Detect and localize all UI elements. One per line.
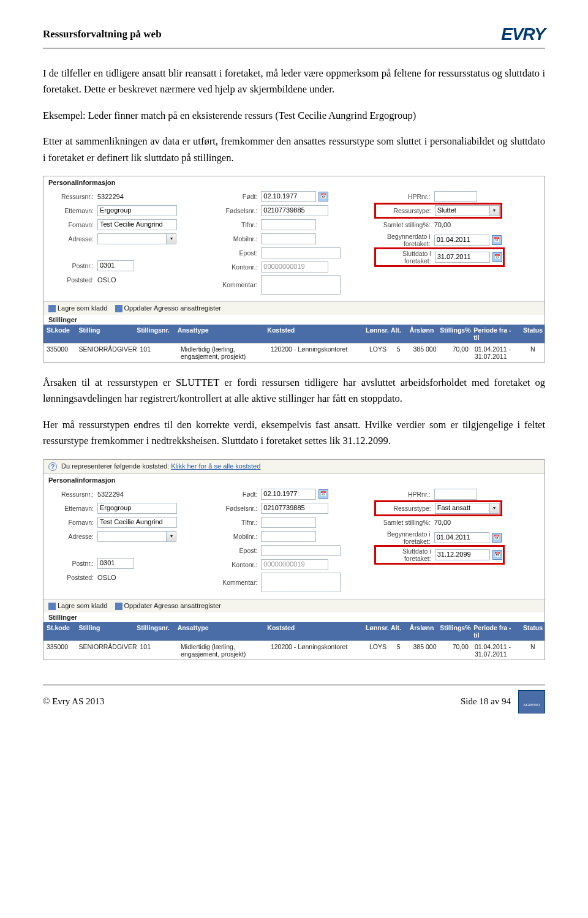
input-fodt[interactable]: 02.10.1977 [261,191,316,202]
input-kontonr[interactable]: 00000000019 [261,261,328,273]
input-fodselsnr[interactable]: 02107739885 [261,205,328,216]
input-ressurstype[interactable]: Sluttet [435,205,490,216]
input-epost[interactable] [261,247,341,258]
lbl-samlet: Samlet stilling%: [376,221,434,228]
calendar-icon[interactable]: 📅 [318,489,328,499]
table-header: St.kode Stilling Stillingsnr. Ansattype … [43,622,545,641]
val-samlet: 70,00 [434,519,540,526]
th-alt: Alt. [387,325,405,343]
lbl-adresse: Adresse: [48,235,97,243]
oppdater-button[interactable]: Oppdater Agresso ansattregister [124,304,221,312]
save-icon [48,305,56,312]
td-periode: 01.04.2011 - 31.07.2011 [472,344,521,362]
input-epost[interactable] [261,545,341,556]
save-icon [48,603,56,610]
input-mobilnr[interactable] [261,531,316,542]
td-status: N [521,344,545,362]
form-col-3: HPRnr.: Ressurstype:Sluttet▾ Samlet stil… [376,189,540,296]
td-stilling: SENIORRÅDGIVER [75,641,137,660]
val-samlet: 70,00 [434,221,540,228]
lbl-postnr: Postnr.: [48,560,97,567]
input-fodselsnr[interactable]: 02107739885 [261,503,328,514]
form-col-1: Ressursnr.:5322294 Etternavn:Ergogroup F… [48,189,212,296]
ressurstype-dropdown-icon[interactable]: ▾ [490,205,500,216]
input-fodt[interactable]: 02.10.1977 [261,489,316,500]
th-stilling: Stilling [75,622,134,641]
oppdater-button[interactable]: Oppdater Agresso ansattregister [124,602,221,609]
info-bar-link[interactable]: Klikk her for å se alle koststed [171,462,260,470]
th-koststed: Koststed [264,325,363,343]
agresso-logo: AGRESSO [518,690,545,713]
input-etternavn[interactable]: Ergogroup [97,503,177,514]
save-icon [115,603,123,610]
th-stillingspct: Stillings% [437,622,470,641]
ressurstype-dropdown-icon[interactable]: ▾ [490,503,500,514]
th-stilling: Stilling [75,325,134,343]
lbl-tlfnr: Tlfnr.: [212,221,261,228]
table-row[interactable]: 335000 SENIORRÅDGIVER 101 Midlertidig (l… [43,641,545,660]
th-stillingspct: Stillings% [437,325,470,343]
info-bar: ? Du representerer følgende koststed: Kl… [43,460,545,474]
input-kommentar[interactable] [261,573,341,592]
lbl-fodselsnr: Fødselsnr.: [212,505,261,512]
lbl-adresse: Adresse: [48,533,97,540]
th-alt: Alt. [387,622,405,641]
input-kommentar[interactable] [261,275,341,295]
page-footer: © Evry AS 2013 Side 18 av 94 AGRESSO [43,685,545,713]
input-tlfnr[interactable] [261,517,316,528]
actions-row: Lagre som kladd Oppdater Agresso ansattr… [43,599,545,612]
input-hprnr[interactable] [434,489,477,500]
calendar-icon[interactable]: 📅 [492,252,502,262]
input-postnr[interactable]: 0301 [97,260,134,271]
input-begynnerdato[interactable]: 01.04.2011 [434,235,489,246]
calendar-icon[interactable]: 📅 [492,533,502,543]
td-koststed: 120200 - Lønningskontoret [268,641,366,660]
lagre-button[interactable]: Lagre som kladd [58,304,107,312]
adresse-dropdown-icon[interactable]: ▾ [167,233,176,244]
lbl-fornavn: Fornavn: [48,221,97,228]
input-etternavn[interactable]: Ergogroup [97,205,177,216]
th-status: Status [520,622,545,641]
input-hprnr[interactable] [434,191,477,202]
table-row[interactable]: 335000 SENIORRÅDGIVER 101 Midlertidig (l… [43,343,545,362]
lbl-sluttdato: Sluttdato i foretaket: [377,250,435,265]
lbl-ressurstype: Ressurstype: [377,505,435,512]
td-alt: 5 [390,641,407,660]
input-fornavn[interactable]: Test Cecilie Aungrind [97,219,177,230]
td-stkode: 335000 [43,641,75,660]
td-stillingsnr: 101 [137,641,178,660]
input-fornavn[interactable]: Test Cecilie Aungrind [97,517,177,528]
input-postnr[interactable]: 0301 [97,558,134,569]
input-ressurstype-2[interactable]: Fast ansatt [435,503,490,514]
input-kontonr[interactable]: 00000000019 [261,559,328,570]
lbl-hprnr: HPRnr.: [376,193,434,200]
help-icon[interactable]: ? [48,462,57,471]
td-status: N [521,641,545,660]
td-stilling: SENIORRÅDGIVER [75,344,137,362]
input-sluttdato-2[interactable]: 31.12.2099 [435,549,490,560]
input-mobilnr[interactable] [261,233,316,244]
lbl-mobilnr: Mobilnr.: [212,533,261,540]
td-stkode: 335000 [43,344,75,362]
actions-row: Lagre som kladd Oppdater Agresso ansattr… [43,301,545,315]
paragraph-5: Her må ressurstypen endres til den korre… [43,417,545,450]
th-stillingsnr: Stillingsnr. [134,325,175,343]
lagre-button[interactable]: Lagre som kladd [58,602,107,609]
info-bar-text: Du representerer følgende koststed: [61,462,169,470]
input-adresse[interactable] [97,233,167,244]
th-stkode: St.kode [43,325,75,343]
input-adresse[interactable] [97,531,167,542]
calendar-icon[interactable]: 📅 [492,235,502,245]
calendar-icon[interactable]: 📅 [318,192,328,201]
lbl-poststed: Poststed: [48,574,97,581]
footer-copyright: © Evry AS 2013 [43,696,104,707]
form-panel-1: Personalinformasjon Ressursnr.:5322294 E… [43,176,545,363]
lbl-samlet: Samlet stilling%: [376,519,434,526]
input-begynnerdato[interactable]: 01.04.2011 [434,532,489,543]
lbl-etternavn: Etternavn: [48,207,97,214]
input-tlfnr[interactable] [261,219,316,230]
calendar-icon[interactable]: 📅 [492,550,502,560]
stillinger-title: Stillinger [43,315,545,325]
input-sluttdato[interactable]: 31.07.2011 [435,252,490,263]
adresse-dropdown-icon[interactable]: ▾ [167,531,176,542]
